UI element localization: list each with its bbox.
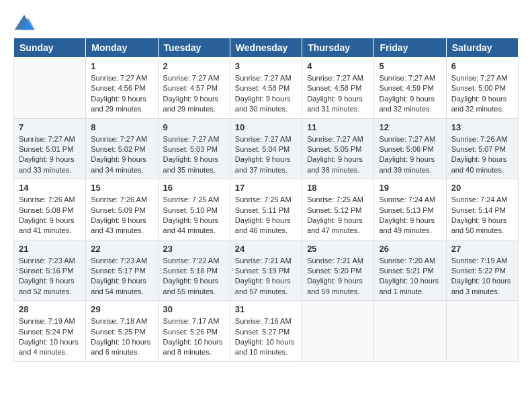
cell-info-line: Sunrise: 7:27 AM [307, 73, 369, 83]
cell-info-line: Sunset: 5:21 PM [379, 266, 441, 276]
cell-info-line: Daylight: 9 hours [451, 154, 513, 165]
day-number: 26 [379, 244, 441, 254]
cell-info-line: Sunset: 5:09 PM [91, 205, 152, 216]
header [13, 13, 519, 32]
cell-info-line: Sunset: 5:14 PM [451, 205, 513, 216]
cell-info-line: Sunrise: 7:25 AM [307, 195, 369, 205]
cell-info-line: Daylight: 9 hours [451, 216, 513, 226]
calendar-cell: 11Sunrise: 7:27 AMSunset: 5:05 PMDayligh… [302, 118, 374, 179]
day-number: 21 [19, 244, 81, 254]
calendar-cell: 3Sunrise: 7:27 AMSunset: 4:58 PMDaylight… [230, 58, 302, 119]
cell-info-line: Sunset: 5:02 PM [91, 144, 152, 154]
calendar-cell: 8Sunrise: 7:27 AMSunset: 5:02 PMDaylight… [86, 118, 158, 179]
calendar-cell: 2Sunrise: 7:27 AMSunset: 4:57 PMDaylight… [158, 58, 230, 119]
cell-info-line: Daylight: 10 hours [451, 276, 513, 286]
cell-info-line: Daylight: 9 hours [163, 154, 225, 165]
calendar-cell: 29Sunrise: 7:18 AMSunset: 5:25 PMDayligh… [86, 301, 158, 362]
cell-info-line: and 37 minutes. [235, 165, 297, 175]
cell-info-line: and 49 minutes. [379, 226, 441, 236]
cell-info-line: and 29 minutes. [163, 104, 225, 114]
cell-info-line: and 39 minutes. [379, 165, 441, 175]
cell-info-line: Daylight: 9 hours [163, 276, 225, 286]
cell-info-line: and 34 minutes. [91, 165, 152, 175]
cell-info-line: Sunset: 5:08 PM [19, 205, 81, 216]
calendar-cell: 25Sunrise: 7:21 AMSunset: 5:20 PMDayligh… [302, 240, 374, 301]
cell-info-line: Sunrise: 7:16 AM [235, 316, 297, 326]
cell-info-line: Daylight: 9 hours [19, 276, 81, 286]
cell-info-line: Daylight: 10 hours [91, 337, 152, 347]
header-day-thursday: Thursday [302, 38, 374, 58]
calendar-cell: 27Sunrise: 7:19 AMSunset: 5:22 PMDayligh… [446, 240, 518, 301]
cell-info-line: Daylight: 9 hours [91, 276, 152, 286]
cell-info-line: Sunset: 5:10 PM [163, 205, 225, 216]
cell-info-line: and 8 minutes. [163, 347, 225, 357]
day-number: 23 [163, 244, 225, 254]
cell-info-line: Sunset: 5:04 PM [235, 144, 297, 154]
cell-info-line: Sunrise: 7:27 AM [379, 73, 441, 83]
day-number: 12 [379, 122, 441, 132]
cell-info-line: Sunset: 4:58 PM [235, 83, 297, 93]
cell-info-line: Sunset: 4:56 PM [91, 83, 152, 93]
cell-info-line: Sunrise: 7:27 AM [19, 134, 81, 144]
header-day-saturday: Saturday [446, 38, 518, 58]
cell-info-line: Sunrise: 7:23 AM [19, 256, 81, 266]
day-number: 22 [91, 244, 152, 254]
cell-info-line: Daylight: 10 hours [379, 276, 441, 286]
cell-info-line: Sunset: 5:01 PM [19, 144, 81, 154]
cell-info-line: and 33 minutes. [19, 165, 81, 175]
calendar-header-row: SundayMondayTuesdayWednesdayThursdayFrid… [14, 38, 519, 58]
cell-info-line: Sunset: 5:11 PM [235, 205, 297, 216]
cell-info-line: Sunrise: 7:21 AM [307, 256, 369, 266]
cell-info-line: and 43 minutes. [91, 226, 152, 236]
cell-info-line: Daylight: 10 hours [163, 337, 225, 347]
cell-info-line: and 29 minutes. [91, 104, 152, 114]
calendar-cell [374, 301, 446, 362]
cell-info-line: Sunrise: 7:19 AM [451, 256, 513, 266]
cell-info-line: Sunset: 4:57 PM [163, 83, 225, 93]
cell-info-line: Sunrise: 7:26 AM [451, 134, 513, 144]
day-number: 9 [163, 122, 225, 132]
day-number: 24 [235, 244, 297, 254]
day-number: 18 [307, 183, 369, 193]
cell-info-line: and 55 minutes. [163, 287, 225, 297]
cell-info-line: and 32 minutes. [451, 104, 513, 114]
day-number: 7 [19, 122, 81, 132]
cell-info-line: Sunrise: 7:27 AM [307, 134, 369, 144]
calendar-cell: 31Sunrise: 7:16 AMSunset: 5:27 PMDayligh… [230, 301, 302, 362]
header-day-tuesday: Tuesday [158, 38, 230, 58]
day-number: 17 [235, 183, 297, 193]
cell-info-line: Sunset: 5:19 PM [235, 266, 297, 276]
cell-info-line: Sunrise: 7:25 AM [163, 195, 225, 205]
cell-info-line: Daylight: 9 hours [379, 94, 441, 104]
cell-info-line: Daylight: 10 hours [235, 337, 297, 347]
cell-info-line: and 54 minutes. [91, 287, 152, 297]
day-number: 19 [379, 183, 441, 193]
calendar-cell: 6Sunrise: 7:27 AMSunset: 5:00 PMDaylight… [446, 58, 518, 119]
calendar-cell [302, 301, 374, 362]
cell-info-line: Daylight: 10 hours [19, 337, 81, 347]
calendar-cell: 23Sunrise: 7:22 AMSunset: 5:18 PMDayligh… [158, 240, 230, 301]
cell-info-line: Daylight: 9 hours [307, 276, 369, 286]
day-number: 31 [235, 304, 297, 314]
calendar-cell: 10Sunrise: 7:27 AMSunset: 5:04 PMDayligh… [230, 118, 302, 179]
cell-info-line: Sunset: 5:22 PM [451, 266, 513, 276]
cell-info-line: Sunset: 5:16 PM [19, 266, 81, 276]
calendar-cell: 16Sunrise: 7:25 AMSunset: 5:10 PMDayligh… [158, 179, 230, 240]
calendar-cell: 17Sunrise: 7:25 AMSunset: 5:11 PMDayligh… [230, 179, 302, 240]
calendar-cell: 12Sunrise: 7:27 AMSunset: 5:06 PMDayligh… [374, 118, 446, 179]
cell-info-line: Sunset: 5:00 PM [451, 83, 513, 93]
cell-info-line: and 59 minutes. [307, 287, 369, 297]
cell-info-line: and 1 minute. [379, 287, 441, 297]
cell-info-line: and 38 minutes. [307, 165, 369, 175]
cell-info-line: Sunset: 5:05 PM [307, 144, 369, 154]
cell-info-line: Sunrise: 7:21 AM [235, 256, 297, 266]
cell-info-line: and 41 minutes. [19, 226, 81, 236]
logo [13, 13, 38, 32]
cell-info-line: Sunset: 5:13 PM [379, 205, 441, 216]
cell-info-line: and 47 minutes. [307, 226, 369, 236]
cell-info-line: Daylight: 9 hours [307, 94, 369, 104]
cell-info-line: Sunrise: 7:27 AM [379, 134, 441, 144]
cell-info-line: Sunset: 5:24 PM [19, 327, 81, 337]
cell-info-line: Daylight: 9 hours [19, 216, 81, 226]
header-day-sunday: Sunday [14, 38, 86, 58]
